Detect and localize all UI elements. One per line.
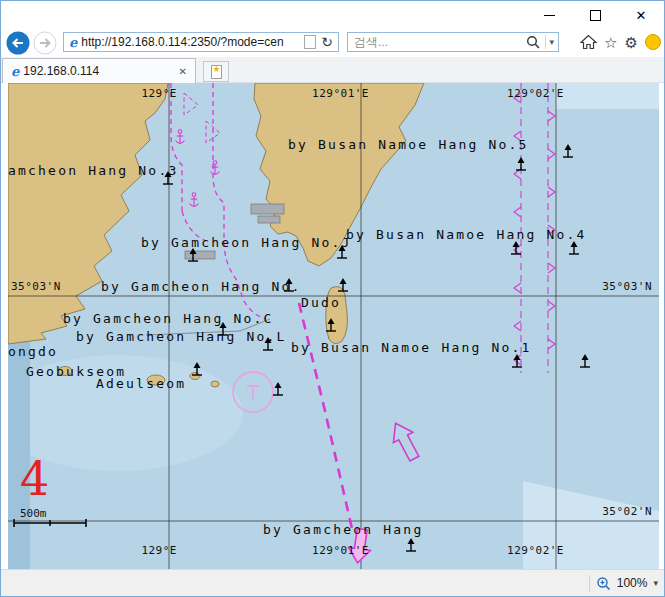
- address-bar[interactable]: e http://192.168.0.114:2350/?mode=cen ↻: [63, 32, 339, 52]
- new-tab-button[interactable]: ★: [203, 61, 229, 82]
- zoom-dropdown-icon[interactable]: ▾: [653, 578, 658, 588]
- tab-favicon-icon: e: [11, 65, 19, 78]
- minimize-icon: [544, 15, 555, 16]
- map-label: amcheon Hang No.3: [8, 163, 178, 178]
- maximize-button[interactable]: [572, 1, 618, 29]
- tab-bar: e 192.168.0.114 ✕ ★: [1, 57, 664, 83]
- map-label: by Gamcheon Hang No.: [101, 279, 302, 294]
- coord-label: 129°01'E: [312, 544, 369, 557]
- maximize-icon: [590, 10, 601, 21]
- favorites-star-icon[interactable]: ☆: [604, 35, 617, 50]
- minimize-button[interactable]: [526, 1, 572, 29]
- map-label: by Gamcheon Hang No.L: [76, 329, 287, 344]
- window-controls: ✕: [526, 1, 664, 29]
- site-favicon-icon: e: [69, 36, 77, 49]
- map-label: by Gamcheon Hang No.C: [63, 311, 274, 326]
- map-label: Dudo: [301, 295, 341, 310]
- coord-label: 35°03'N: [11, 280, 61, 293]
- search-dropdown-icon[interactable]: ▾: [549, 37, 554, 47]
- map-label: by Gamcheon Hang No.J: [141, 235, 352, 250]
- zoom-control[interactable]: 100% ▾: [589, 570, 658, 596]
- back-icon: [6, 31, 30, 55]
- back-button[interactable]: [6, 31, 30, 55]
- home-button[interactable]: [580, 34, 597, 50]
- search-icon[interactable]: [526, 35, 540, 49]
- coord-label: 35°02'N: [602, 505, 652, 518]
- tab-active[interactable]: e 192.168.0.114 ✕: [2, 58, 196, 83]
- home-icon: [580, 34, 597, 50]
- url-text[interactable]: http://192.168.0.114:2350/?mode=cen: [81, 35, 304, 49]
- refresh-icon[interactable]: ↻: [321, 35, 333, 49]
- map-label: by Gamcheon Hang: [263, 522, 423, 537]
- tab-title: 192.168.0.114: [23, 64, 176, 78]
- title-bar[interactable]: ✕: [1, 1, 664, 29]
- search-box[interactable]: 검색... ▾: [347, 32, 559, 52]
- zoom-level: 100%: [617, 576, 648, 590]
- forward-icon: [33, 31, 57, 55]
- coord-label: 35°03'N: [602, 280, 652, 293]
- browser-window: ✕ e http://192.168.0.114:2350/?mode=cen …: [0, 0, 665, 597]
- map-label: by Busan Namoe Hang No.4: [346, 227, 587, 242]
- close-icon: ✕: [636, 9, 647, 22]
- tab-close-icon[interactable]: ✕: [177, 66, 189, 77]
- islet: [190, 373, 200, 380]
- coord-label: 129°E: [141, 544, 177, 557]
- forward-button[interactable]: [33, 31, 57, 55]
- new-tab-page-icon: ★: [211, 65, 222, 79]
- search-placeholder[interactable]: 검색...: [348, 34, 526, 51]
- coord-label: 129°E: [141, 87, 177, 100]
- search-divider: [545, 35, 546, 49]
- smiley-feedback-icon[interactable]: [645, 34, 661, 50]
- coord-label: 129°02'E: [507, 544, 564, 557]
- close-button[interactable]: ✕: [618, 1, 664, 29]
- coord-label: 129°01'E: [312, 87, 369, 100]
- compatibility-view-icon[interactable]: [304, 35, 316, 49]
- scale-label: 500m: [20, 507, 47, 520]
- zoom-magnifier-icon: [596, 576, 611, 591]
- page-viewport: amcheon Hang No.3 by Busan Namoe Hang No…: [1, 83, 664, 569]
- new-tab-star-icon: ★: [213, 65, 221, 74]
- map-label: ongdo: [8, 344, 58, 359]
- coord-label: 129°02'E: [507, 87, 564, 100]
- chart-number: 4: [20, 452, 49, 506]
- map-label: by Busan Namoe Hang No.5: [288, 137, 529, 152]
- settings-gear-icon[interactable]: ⚙: [625, 35, 638, 50]
- shallow-area-topright: [556, 83, 659, 109]
- nautical-chart[interactable]: amcheon Hang No.3 by Busan Namoe Hang No…: [8, 83, 659, 569]
- islet: [211, 381, 219, 387]
- map-label: by Busan Namoe Hang No.1: [291, 340, 532, 355]
- map-label: Adeulseom: [96, 376, 186, 391]
- toolbar-icons: ☆ ⚙: [580, 32, 661, 52]
- chart-container: amcheon Hang No.3 by Busan Namoe Hang No…: [8, 83, 659, 569]
- navigation-bar: e http://192.168.0.114:2350/?mode=cen ↻ …: [1, 29, 664, 58]
- status-bar: 100% ▾: [1, 569, 664, 596]
- status-separator: [589, 575, 590, 592]
